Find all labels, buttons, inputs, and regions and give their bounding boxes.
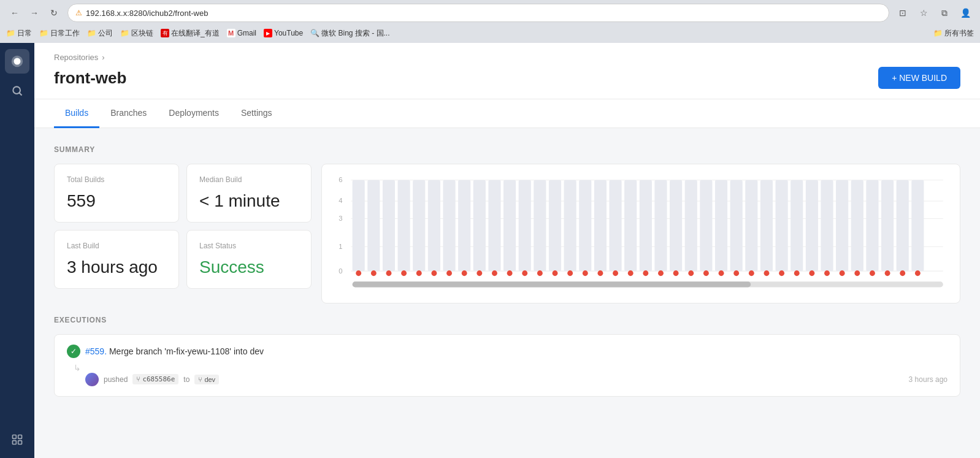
breadcrumb-repositories[interactable]: Repositories bbox=[54, 53, 98, 62]
svg-point-85 bbox=[854, 270, 860, 276]
svg-point-49 bbox=[583, 270, 588, 276]
svg-rect-4 bbox=[13, 435, 17, 439]
svg-rect-86 bbox=[866, 180, 878, 271]
svg-rect-66 bbox=[715, 180, 727, 271]
all-bookmarks[interactable]: 📁 所有书签 bbox=[933, 28, 974, 39]
back-button[interactable]: ← bbox=[6, 4, 23, 21]
svg-rect-80 bbox=[821, 180, 833, 271]
svg-point-51 bbox=[597, 270, 603, 276]
folder-icon: 📁 bbox=[39, 29, 48, 37]
extensions-button[interactable]: ⧉ bbox=[936, 4, 953, 21]
svg-rect-88 bbox=[881, 180, 894, 271]
execution-title: #559. Merge branch 'm-fix-yewu-1108' int… bbox=[85, 346, 264, 356]
page-title-row: front-web + NEW BUILD bbox=[54, 67, 960, 89]
svg-point-31 bbox=[446, 270, 452, 276]
summary-section-title: SUMMARY bbox=[54, 145, 960, 154]
sidebar-icon-settings[interactable] bbox=[5, 427, 29, 452]
to-label: to bbox=[183, 375, 189, 384]
bookmark-work[interactable]: 📁 日常工作 bbox=[39, 28, 80, 39]
svg-point-59 bbox=[658, 270, 664, 276]
summary-row: Total Builds 559 Median Build < 1 minute… bbox=[54, 164, 960, 303]
build-chart: 6 4 3 1 0 bars bbox=[321, 164, 960, 303]
home-icon bbox=[10, 55, 24, 68]
svg-point-19 bbox=[356, 270, 361, 276]
bookmark-daily[interactable]: 📁 日常 bbox=[6, 28, 32, 39]
gmail-icon: M bbox=[227, 29, 235, 37]
folder-icon: 📁 bbox=[120, 29, 129, 37]
new-build-button[interactable]: + NEW BUILD bbox=[878, 67, 960, 89]
svg-point-81 bbox=[824, 270, 830, 276]
last-build-label: Last Build bbox=[67, 242, 166, 250]
svg-rect-70 bbox=[745, 180, 757, 271]
bookmark-youdao[interactable]: 有 在线翻译_有道 bbox=[161, 28, 220, 39]
settings-icon bbox=[11, 433, 23, 446]
bookmarks-bar: 📁 日常 📁 日常工作 📁 公司 📁 区块链 有 在线翻译_有道 M Gmail… bbox=[0, 26, 980, 43]
svg-rect-40 bbox=[519, 180, 531, 271]
svg-text:3: 3 bbox=[339, 215, 342, 222]
svg-rect-64 bbox=[700, 180, 712, 271]
bookmark-blockchain[interactable]: 📁 区块链 bbox=[120, 28, 153, 39]
svg-point-37 bbox=[492, 270, 497, 276]
svg-line-3 bbox=[20, 93, 22, 96]
svg-rect-32 bbox=[458, 180, 470, 271]
svg-point-79 bbox=[809, 270, 814, 276]
refresh-button[interactable]: ↻ bbox=[45, 4, 63, 21]
execution-time: 3 hours ago bbox=[909, 375, 947, 384]
execution-meta: pushed ⑂ c685586e to ⑂ dev 3 hours ago bbox=[85, 373, 947, 386]
sidebar-icon-home[interactable] bbox=[5, 49, 29, 74]
svg-point-23 bbox=[386, 270, 391, 276]
bookmark-company[interactable]: 📁 公司 bbox=[87, 28, 113, 39]
svg-rect-84 bbox=[851, 180, 863, 271]
address-bar[interactable]: ⚠ 192.168.x.x:8280/ichub2/front-web bbox=[67, 4, 889, 22]
svg-rect-18 bbox=[353, 180, 365, 271]
execution-message: Merge branch 'm-fix-yewu-1108' into dev bbox=[109, 346, 264, 356]
youdao-icon: 有 bbox=[161, 29, 169, 37]
svg-point-69 bbox=[733, 270, 739, 276]
profile-button[interactable]: 👤 bbox=[957, 4, 974, 21]
tab-builds[interactable]: Builds bbox=[54, 99, 99, 128]
svg-point-57 bbox=[643, 270, 648, 276]
page-title: front-web bbox=[54, 69, 126, 88]
main-content: Repositories › front-web + NEW BUILD Bui… bbox=[34, 43, 980, 458]
svg-rect-76 bbox=[791, 180, 803, 271]
bookmark-bing[interactable]: 🔍 微软 Bing 搜索 - 国... bbox=[310, 28, 389, 39]
executions-section: EXECUTIONS ✓ #559. Merge branch 'm-fix-y… bbox=[54, 316, 960, 397]
svg-rect-30 bbox=[443, 180, 455, 271]
svg-point-93 bbox=[915, 270, 921, 276]
total-builds-label: Total Builds bbox=[67, 175, 166, 184]
bookmark-button[interactable]: ☆ bbox=[915, 4, 932, 21]
bookmark-gmail[interactable]: M Gmail bbox=[227, 29, 256, 37]
svg-point-27 bbox=[416, 270, 422, 276]
svg-point-2 bbox=[13, 86, 20, 94]
url-text: 192.168.x.x:8280/ichub2/front-web bbox=[86, 9, 208, 18]
svg-point-25 bbox=[401, 270, 407, 276]
folder-icon: 📁 bbox=[87, 29, 96, 37]
svg-point-89 bbox=[885, 270, 890, 276]
tab-branches[interactable]: Branches bbox=[99, 99, 158, 128]
forward-button[interactable]: → bbox=[26, 4, 43, 21]
sidebar-icon-search[interactable] bbox=[5, 78, 29, 103]
folder-icon: 📁 bbox=[933, 29, 943, 37]
svg-point-61 bbox=[673, 270, 679, 276]
last-build-value: 3 hours ago bbox=[67, 258, 166, 277]
svg-rect-46 bbox=[564, 180, 576, 271]
execution-header: ✓ #559. Merge branch 'm-fix-yewu-1108' i… bbox=[67, 345, 947, 358]
browser-toolbar: ← → ↻ ⚠ 192.168.x.x:8280/ichub2/front-we… bbox=[0, 0, 980, 26]
translate-button[interactable]: ⊡ bbox=[894, 4, 911, 21]
tab-settings[interactable]: Settings bbox=[230, 99, 283, 128]
svg-rect-82 bbox=[836, 180, 848, 271]
last-status-card: Last Status Success bbox=[186, 230, 312, 289]
svg-rect-62 bbox=[685, 180, 697, 271]
curve-connector: ↳ bbox=[74, 363, 947, 373]
svg-point-41 bbox=[522, 270, 527, 276]
svg-rect-20 bbox=[367, 180, 380, 271]
executions-section-title: EXECUTIONS bbox=[54, 316, 960, 324]
svg-point-65 bbox=[703, 270, 709, 276]
breadcrumb-separator: › bbox=[102, 53, 104, 62]
pushed-label: pushed bbox=[104, 375, 128, 384]
tab-deployments[interactable]: Deployments bbox=[158, 99, 230, 128]
success-icon: ✓ bbox=[67, 345, 80, 358]
svg-point-33 bbox=[462, 270, 467, 276]
svg-point-63 bbox=[688, 270, 694, 276]
bookmark-youtube[interactable]: ▶ YouTube bbox=[264, 29, 303, 37]
